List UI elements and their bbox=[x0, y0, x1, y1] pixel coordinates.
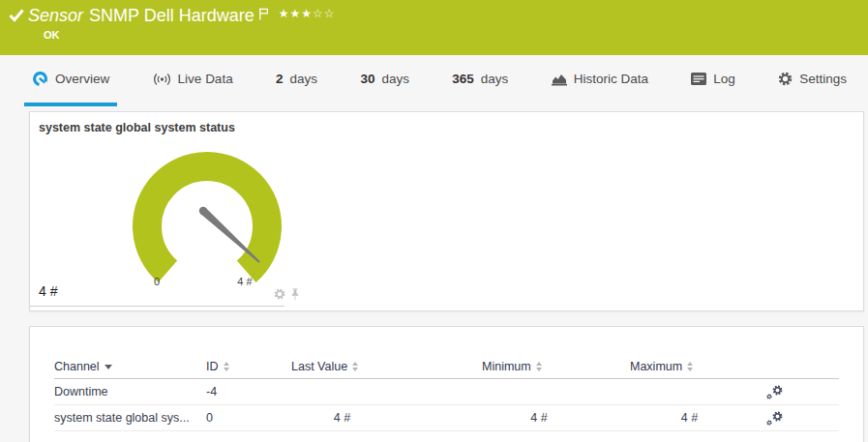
gauge-max-label: 4 # bbox=[225, 276, 264, 287]
tab-label: days bbox=[290, 72, 318, 86]
tab-30-days[interactable]: 30 days bbox=[352, 55, 417, 106]
column-header-id[interactable]: ID bbox=[206, 360, 291, 373]
sort-icon bbox=[352, 362, 358, 371]
priority-star-rating[interactable]: ★★★☆☆ bbox=[279, 7, 336, 20]
gauge-panel: system state global system status 0 4 # … bbox=[29, 111, 864, 311]
channels-table: Channel ID Last Value Minimum Maximum bbox=[29, 326, 864, 442]
tab-label: Settings bbox=[799, 72, 847, 86]
minimum-cell: 4 # bbox=[482, 411, 596, 425]
tab-label: days bbox=[381, 72, 409, 86]
column-header-last-value[interactable]: Last Value bbox=[291, 360, 393, 373]
tab-365-days[interactable]: 365 days bbox=[444, 55, 516, 106]
status-gauge bbox=[30, 133, 301, 290]
gauge-min-label: 0 bbox=[147, 276, 166, 287]
gauge-widget-divider bbox=[30, 306, 284, 307]
sensor-status-bar: Sensor SNMP Dell Hardware ★★★☆☆ OK bbox=[0, 0, 868, 55]
sort-icon bbox=[687, 362, 693, 371]
table-row: Downtime -4 bbox=[54, 379, 839, 405]
sensor-kind-label: Sensor bbox=[28, 6, 83, 26]
sort-icon bbox=[224, 362, 229, 371]
tab-number: 30 bbox=[360, 72, 374, 86]
tab-label: Historic Data bbox=[574, 72, 648, 86]
pin-icon[interactable] bbox=[290, 288, 300, 301]
tab-live-data[interactable]: Live Data bbox=[145, 55, 241, 106]
sensor-tab-bar: Overview Live Data 2 days 30 days 365 da… bbox=[0, 55, 868, 106]
gauge-needle bbox=[199, 207, 260, 263]
tab-log[interactable]: Log bbox=[683, 55, 743, 106]
sensor-title: SNMP Dell Hardware bbox=[89, 6, 254, 26]
tab-overview[interactable]: Overview bbox=[24, 55, 117, 106]
tab-number: 365 bbox=[452, 72, 474, 86]
maximum-cell: 4 # bbox=[630, 411, 749, 425]
live-data-tab-icon bbox=[153, 73, 171, 86]
channel-name-cell: Downtime bbox=[54, 385, 206, 398]
flag-icon[interactable] bbox=[258, 7, 269, 24]
sort-icon bbox=[536, 362, 542, 371]
status-text: OK bbox=[44, 29, 60, 41]
channel-settings-icon[interactable] bbox=[766, 385, 783, 399]
tab-2-days[interactable]: 2 days bbox=[268, 55, 325, 106]
tab-settings[interactable]: Settings bbox=[770, 55, 854, 106]
status-ok-check-icon bbox=[9, 9, 24, 26]
channel-name-cell: system state global sys... bbox=[54, 411, 206, 425]
tab-label: days bbox=[481, 72, 509, 86]
gauge-title: system state global system status bbox=[39, 121, 235, 134]
gear-icon bbox=[778, 72, 793, 86]
tab-number: 2 bbox=[276, 72, 284, 86]
tab-label: Live Data bbox=[178, 72, 233, 86]
tab-historic-data[interactable]: Historic Data bbox=[544, 55, 656, 106]
table-header-row: Channel ID Last Value Minimum Maximum bbox=[54, 354, 839, 379]
column-header-channel[interactable]: Channel bbox=[54, 360, 206, 373]
area-chart-icon bbox=[552, 73, 567, 86]
gauge-tab-icon bbox=[32, 71, 48, 87]
gauge-gear-icon[interactable] bbox=[274, 288, 285, 301]
tab-label: Overview bbox=[55, 72, 109, 86]
id-cell: 0 bbox=[206, 411, 291, 425]
gauge-current-value: 4 # bbox=[39, 283, 57, 299]
table-row: system state global sys... 0 4 # 4 # 4 # bbox=[54, 405, 839, 431]
log-list-icon bbox=[691, 73, 706, 85]
channel-settings-icon[interactable] bbox=[766, 411, 783, 426]
tab-label: Log bbox=[713, 72, 735, 86]
sort-desc-icon bbox=[105, 365, 112, 369]
id-cell: -4 bbox=[206, 385, 291, 398]
column-header-minimum[interactable]: Minimum bbox=[482, 360, 596, 373]
last-value-cell: 4 # bbox=[291, 411, 393, 425]
column-header-maximum[interactable]: Maximum bbox=[630, 360, 749, 373]
